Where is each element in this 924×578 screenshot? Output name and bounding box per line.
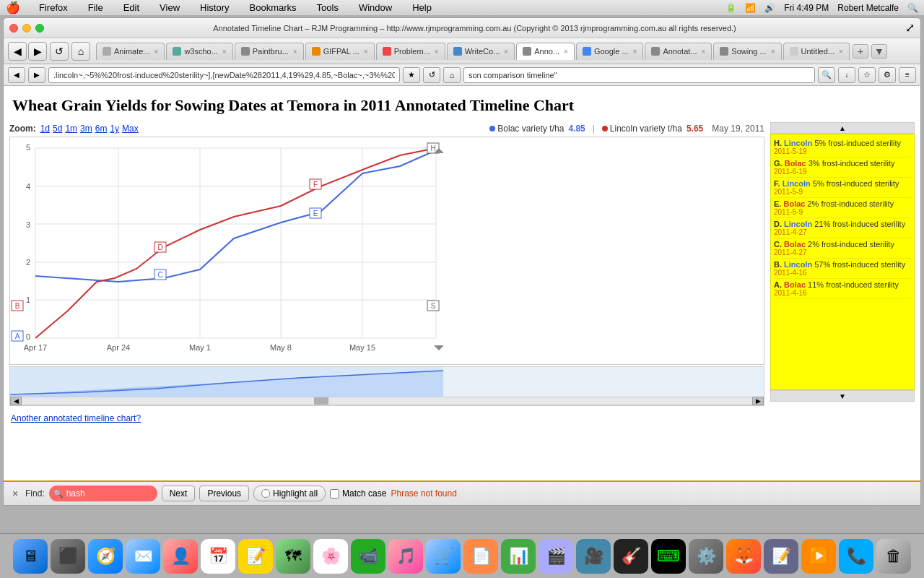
findbar-highlight-btn[interactable]: Highlight all bbox=[253, 486, 326, 501]
addr-forward-icon[interactable]: ▶ bbox=[28, 67, 45, 83]
findbar-search-input[interactable] bbox=[66, 488, 153, 499]
tab-writeco[interactable]: WriteCo... × bbox=[447, 43, 515, 60]
menu-help[interactable]: Help bbox=[408, 0, 436, 16]
tab-anno-active[interactable]: Anno... × bbox=[516, 43, 575, 60]
mini-scroll-left-btn[interactable]: ◀ bbox=[10, 397, 22, 405]
home-addr-icon[interactable]: ⌂ bbox=[443, 67, 461, 83]
zoom-1y[interactable]: 1y bbox=[110, 124, 119, 134]
window-expand-icon[interactable]: ⤢ bbox=[905, 21, 915, 35]
tab-close-icon[interactable]: × bbox=[364, 48, 368, 56]
menu-edit[interactable]: Edit bbox=[119, 0, 144, 16]
annotation-scroll-down[interactable]: ▼ bbox=[770, 390, 915, 402]
new-tab-button[interactable]: + bbox=[853, 44, 868, 59]
window-close-btn[interactable] bbox=[9, 24, 18, 33]
addr-back-icon[interactable]: ◀ bbox=[8, 67, 25, 83]
forward-button[interactable]: ▶ bbox=[28, 42, 47, 61]
dock-imovie[interactable]: 🎥 bbox=[576, 539, 611, 574]
tab-close-icon[interactable]: × bbox=[154, 48, 159, 56]
search-menubar-icon[interactable]: 🔍 bbox=[907, 3, 918, 13]
dock-garageband[interactable]: 🎸 bbox=[614, 539, 648, 574]
tab-close-icon[interactable]: × bbox=[771, 48, 775, 56]
dock-vlc[interactable]: ▶️ bbox=[801, 539, 836, 574]
dock-photos[interactable]: 🌸 bbox=[313, 539, 348, 574]
window-minimize-btn[interactable] bbox=[22, 24, 31, 33]
dock-appstore[interactable]: 🛒 bbox=[426, 539, 461, 574]
findbar-match-case[interactable]: Match case bbox=[330, 488, 386, 499]
dock-facetime[interactable]: 📹 bbox=[351, 539, 385, 574]
dock-calendar[interactable]: 📅 bbox=[201, 539, 235, 574]
match-case-checkbox[interactable] bbox=[330, 489, 339, 499]
tab-close-icon[interactable]: × bbox=[564, 48, 568, 56]
zoom-6m[interactable]: 6m bbox=[95, 124, 108, 134]
findbar-next-btn[interactable]: Next bbox=[162, 486, 196, 501]
tab-close-icon[interactable]: × bbox=[633, 48, 637, 56]
mini-chart[interactable]: ◀ ▶ bbox=[9, 366, 764, 406]
zoom-max[interactable]: Max bbox=[122, 124, 139, 134]
menu-tools[interactable]: Tools bbox=[313, 0, 343, 16]
tab-google[interactable]: Google ... × bbox=[576, 43, 644, 60]
dock-trash[interactable]: 🗑 bbox=[876, 539, 911, 574]
findbar-close-btn[interactable]: × bbox=[9, 488, 21, 499]
mini-scroll-right-btn[interactable]: ▶ bbox=[752, 397, 764, 405]
tab-close-icon[interactable]: × bbox=[222, 48, 227, 56]
tab-close-icon[interactable]: × bbox=[839, 48, 843, 56]
zoom-5d[interactable]: 5d bbox=[53, 124, 62, 134]
window-maximize-btn[interactable] bbox=[35, 24, 44, 33]
menu-window[interactable]: Window bbox=[354, 0, 396, 16]
menu-file[interactable]: File bbox=[84, 0, 108, 16]
footer-link[interactable]: Another annotated timeline chart? bbox=[4, 409, 920, 428]
dock-itunes[interactable]: 🎵 bbox=[388, 539, 423, 574]
tab-animate[interactable]: Animate... × bbox=[96, 43, 165, 60]
tab-close-icon[interactable]: × bbox=[504, 48, 508, 56]
tab-list-button[interactable]: ▼ bbox=[871, 44, 887, 59]
findbar-previous-btn[interactable]: Previous bbox=[199, 486, 249, 501]
dock-terminal[interactable]: ⌨ bbox=[651, 539, 686, 574]
apple-icon[interactable]: 🍎 bbox=[6, 1, 20, 14]
downloads-icon[interactable]: ↓ bbox=[838, 67, 855, 83]
zoom-1m[interactable]: 1m bbox=[65, 124, 77, 134]
dock-firefox[interactable]: 🦊 bbox=[726, 539, 761, 574]
menu-view[interactable]: View bbox=[155, 0, 184, 16]
tab-close-icon[interactable]: × bbox=[702, 48, 706, 56]
address-input[interactable] bbox=[48, 67, 400, 83]
tab-paintbrush[interactable]: Paintbru... × bbox=[235, 43, 304, 60]
menu-history[interactable]: History bbox=[196, 0, 233, 16]
menu-firefox[interactable]: Firefox bbox=[35, 0, 72, 16]
mini-scroll-track[interactable] bbox=[22, 397, 752, 405]
home-button[interactable]: ⌂ bbox=[71, 42, 90, 61]
bookmark-star-icon[interactable]: ★ bbox=[403, 67, 420, 83]
tab-annotated[interactable]: Annotat... × bbox=[645, 43, 712, 60]
dock-numbers[interactable]: 📊 bbox=[501, 539, 536, 574]
bookmarks-icon[interactable]: ☆ bbox=[858, 67, 876, 83]
zoom-1d[interactable]: 1d bbox=[40, 124, 50, 134]
dock-mail[interactable]: ✉️ bbox=[126, 539, 160, 574]
tab-close-icon[interactable]: × bbox=[293, 48, 297, 56]
dock-safari[interactable]: 🧭 bbox=[88, 539, 123, 574]
tab-w3school[interactable]: w3scho... × bbox=[166, 43, 232, 60]
tools-btn[interactable]: ≡ bbox=[899, 67, 916, 83]
search-go-icon[interactable]: 🔍 bbox=[818, 67, 835, 83]
settings-icon[interactable]: ⚙ bbox=[879, 67, 896, 83]
annotation-scroll-up[interactable]: ▲ bbox=[770, 122, 915, 134]
tab-sowing[interactable]: Sowing ... × bbox=[713, 43, 781, 60]
dock-finder[interactable]: 🖥 bbox=[13, 539, 48, 574]
dock-maps[interactable]: 🗺 bbox=[276, 539, 310, 574]
mini-scroll-thumb[interactable] bbox=[314, 397, 328, 405]
search-input[interactable] bbox=[463, 67, 815, 83]
main-chart[interactable]: 5 4 3 2 1 0 Apr 17 Apr 24 May 1 May 8 Ma… bbox=[9, 137, 764, 365]
reload-addr-icon[interactable]: ↺ bbox=[423, 67, 440, 83]
dock-contacts[interactable]: 👤 bbox=[163, 539, 198, 574]
dock-launchpad[interactable]: ⬛ bbox=[51, 539, 85, 574]
reload-button[interactable]: ↺ bbox=[50, 42, 69, 61]
menu-bookmarks[interactable]: Bookmarks bbox=[245, 0, 301, 16]
tab-gifpal[interactable]: GIFPAL ... × bbox=[305, 43, 375, 60]
dock-textmate[interactable]: 📝 bbox=[764, 539, 798, 574]
tab-close-icon[interactable]: × bbox=[435, 48, 439, 56]
tab-untitled[interactable]: Untitled... × bbox=[783, 43, 850, 60]
dock-keynote[interactable]: 🎬 bbox=[539, 539, 573, 574]
another-chart-link[interactable]: Another annotated timeline chart? bbox=[11, 413, 141, 423]
zoom-3m[interactable]: 3m bbox=[80, 124, 92, 134]
dock-system-prefs[interactable]: ⚙️ bbox=[689, 539, 723, 574]
tab-problem[interactable]: Problem... × bbox=[376, 43, 445, 60]
dock-notes[interactable]: 📝 bbox=[238, 539, 273, 574]
